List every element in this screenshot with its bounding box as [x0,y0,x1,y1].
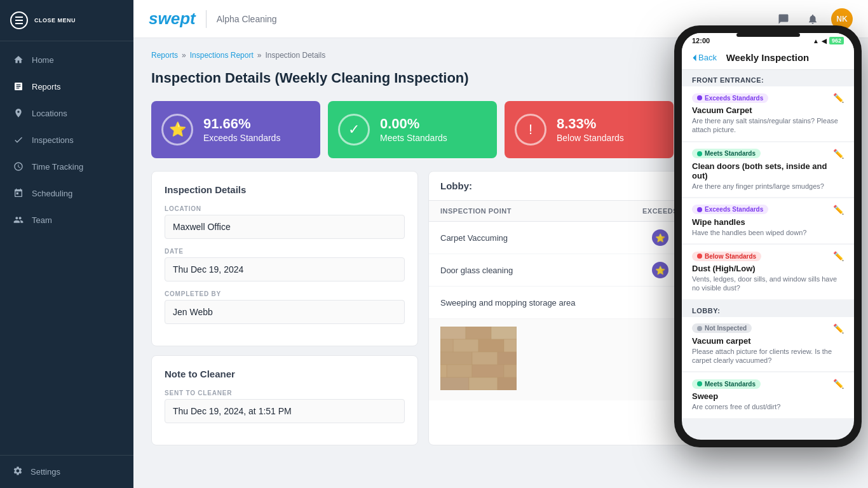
svg-rect-17 [498,377,517,390]
sidebar-item-locations[interactable]: Locations [0,100,133,126]
menu-icon[interactable] [10,11,28,29]
below-info: 8.33% Below Standards [557,116,624,144]
sidebar-item-label-reports: Reports [32,82,61,92]
below-icon: ! [515,114,546,146]
phone-item-desc-2: Are there any finger prints/large smudge… [692,182,844,191]
inspection-point-2: Door glass cleaning [440,266,635,275]
badge-label-1: Exceeds Standards [705,95,763,102]
phone-item-title-3: Wipe handles [692,217,844,227]
details-panel-title: Inspection Details [165,184,405,195]
location-field: LOCATION Maxwell Office [165,205,405,239]
col-inspection-point: Inspection Point [440,207,635,215]
phone-header: Back Weekly Inspection [682,46,854,70]
sidebar-item-reports[interactable]: Reports [0,73,133,100]
sidebar-item-label-scheduling: Scheduling [32,189,72,198]
sent-to-cleaner-label: SENT TO CLEANER [165,390,405,396]
edit-icon-6[interactable]: ✏️ [833,379,844,389]
exceeds-star-1: ⭐ [652,229,668,246]
scheduling-icon [13,187,24,199]
svg-rect-7 [504,339,517,352]
inspection-point-1: Carpet Vaccuming [440,233,635,243]
badge-label-3: Exceeds Standards [705,206,763,213]
note-title: Note to Cleaner [165,369,405,379]
phone-list-item: Below Standards ✏️ Dust (High/Low) Vents… [682,245,854,300]
org-name: Alpha Cleaning [217,14,277,24]
badge-exceeds-1: Exceeds Standards [692,93,768,103]
locations-icon [13,107,24,119]
badge-exceeds-2: Exceeds Standards [692,205,768,214]
meets-pct: 0.00% [380,116,447,132]
breadcrumb-sep1: » [182,51,186,60]
phone-item-header: Below Standards ✏️ [692,251,844,261]
meets-icon: ✓ [338,114,370,146]
badge-label-2: Meets Standards [705,150,756,157]
team-icon [13,214,24,226]
close-menu-label: CLOSE MENU [34,17,76,24]
edit-icon-4[interactable]: ✏️ [833,251,844,261]
svg-rect-10 [498,352,517,365]
badge-dot [697,151,702,156]
edit-icon-1[interactable]: ✏️ [833,93,844,103]
badge-dot [697,381,702,386]
date-label: DATE [165,248,405,255]
app-logo: swept [149,9,196,29]
phone-item-desc-1: Are there any salt stains/regular stains… [692,116,844,135]
inspections-icon [13,134,24,146]
exceeds-label: Exceeds Standards [203,133,280,144]
phone-list-item: Exceeds Standards ✏️ Wipe handles Have t… [682,198,854,244]
breadcrumb-inspections-report[interactable]: Inspections Report [190,51,254,60]
score-card-meets: ✓ 0.00% Meets Standards [328,101,497,158]
svg-rect-4 [453,339,478,352]
sidebar-item-label-locations: Locations [32,109,67,118]
breadcrumb-reports[interactable]: Reports [151,51,178,60]
badge-label-6: Meets Standards [705,381,756,388]
location-value: Maxwell Office [165,215,405,239]
battery-indicator: 962 [829,37,844,44]
details-panel: Inspection Details LOCATION Maxwell Offi… [151,171,418,346]
svg-rect-11 [447,365,472,377]
edit-icon-3[interactable]: ✏️ [833,205,844,215]
phone-back-button[interactable]: Back [692,53,717,62]
sidebar-item-time-tracking[interactable]: Time Tracking [0,153,133,180]
sidebar-header[interactable]: CLOSE MENU [0,0,133,41]
below-pct: 8.33% [557,116,624,132]
svg-rect-9 [472,352,498,365]
badge-not-inspected-1: Not Inspected [692,323,752,333]
edit-icon-2[interactable]: ✏️ [833,149,844,159]
svg-rect-12 [472,365,504,377]
meets-info: 0.00% Meets Standards [380,116,447,144]
phone-item-desc-5: Please attach picture for clients review… [692,347,844,365]
phone-time: 12:00 [692,37,710,44]
phone-list-item: Exceeds Standards ✏️ Vacuum Carpet Are t… [682,86,854,142]
reports-icon [13,81,24,92]
exceeds-pct: 91.66% [203,116,280,132]
sidebar: CLOSE MENU Home Reports Locations Inspec… [0,0,133,488]
breadcrumb-current: Inspection Details [265,51,325,60]
edit-icon-5[interactable]: ✏️ [833,323,844,334]
badge-label-5: Not Inspected [705,325,747,332]
completed-by-label: COMPLETED BY [165,290,405,297]
svg-rect-3 [491,327,517,339]
phone-item-header: Exceeds Standards ✏️ [692,205,844,215]
floor-photo [440,327,517,390]
svg-rect-1 [440,327,466,339]
sidebar-item-inspections[interactable]: Inspections [0,126,133,153]
phone-section-lobby: LOBBY: [682,301,854,317]
sidebar-item-scheduling[interactable]: Scheduling [0,180,133,207]
settings-icon [13,466,23,478]
phone-item-title-1: Vacuum Carpet [692,105,844,115]
badge-meets-2: Meets Standards [692,379,761,389]
exceeds-star-2: ⭐ [652,262,668,278]
note-panel: Note to Cleaner SENT TO CLEANER Thu Dec … [151,355,418,445]
location-label: LOCATION [165,205,405,212]
sidebar-item-home[interactable]: Home [0,46,133,73]
sidebar-item-settings[interactable]: Settings [0,455,133,488]
svg-rect-13 [440,365,447,377]
svg-rect-5 [478,339,504,352]
badge-dot [697,326,702,331]
svg-rect-6 [440,339,453,352]
header-divider [206,10,207,28]
meets-label: Meets Standards [380,133,447,144]
phone-item-title-5: Vacuum carpet [692,336,844,346]
sidebar-item-team[interactable]: Team [0,207,133,233]
